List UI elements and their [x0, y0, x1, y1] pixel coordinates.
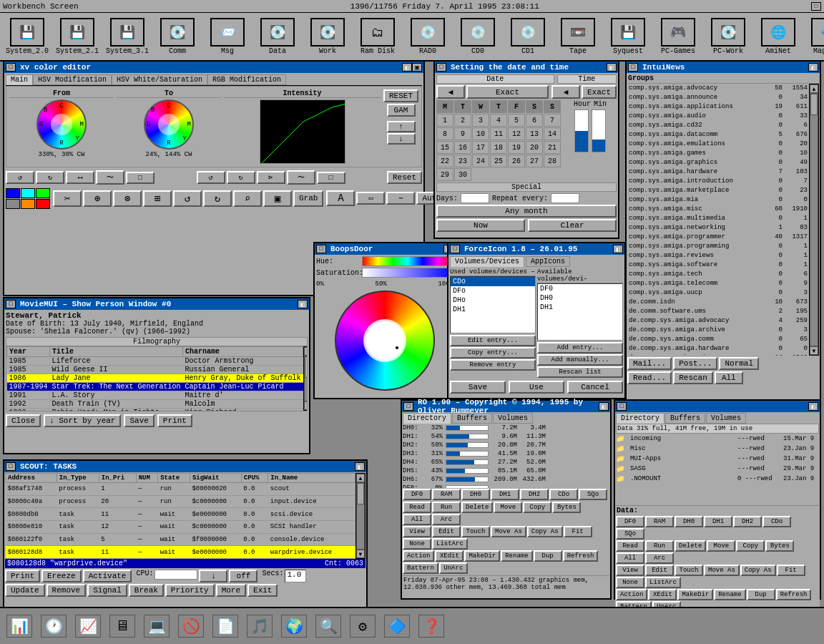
ro-right-file-row[interactable]: 📁 Misc ---rwed 23.Jan 9: [616, 444, 819, 454]
dt-exact-btn2[interactable]: Exact: [582, 85, 617, 99]
swatch-1[interactable]: [6, 188, 20, 198]
dt-day-cell[interactable]: 23: [454, 155, 471, 167]
ro-moveas-btn[interactable]: Move As: [491, 526, 526, 537]
dt-day-cell[interactable]: 13: [526, 127, 543, 140]
fi-copy-entry-btn[interactable]: Copy entry...: [450, 347, 536, 358]
ro-left-tab-dir[interactable]: Directory: [403, 413, 451, 424]
movie-scroll-down[interactable]: ▼: [304, 401, 307, 410]
dt-day-cell[interactable]: 26: [508, 155, 525, 167]
ro-mkdir-btn[interactable]: MakeDir: [464, 550, 500, 562]
xv-tab-main[interactable]: Main: [6, 74, 33, 85]
xv-to-circle[interactable]: C R G M B Y: [144, 99, 194, 150]
intui-scroll-up[interactable]: ▲: [810, 84, 818, 93]
intui-read-btn[interactable]: Read...: [627, 371, 672, 384]
taskbar-icon-4[interactable]: 💻: [140, 610, 173, 642]
taskbar-icon-3[interactable]: 🖥: [106, 610, 139, 642]
xv-tool-1[interactable]: ✂: [53, 190, 82, 207]
scout-task-row[interactable]: $08af1748 process 1 — run $00000020 0.0 …: [6, 483, 355, 496]
wb-icon-cd1[interactable]: 💿 CD1: [504, 16, 552, 57]
scout-arrow-btn[interactable]: ↓: [199, 570, 227, 582]
ro-delete-btn[interactable]: Delete: [461, 502, 493, 513]
xv-tool-7[interactable]: ⌕: [233, 190, 262, 207]
wb-icon-magicwb[interactable]: 🔷 MagicWB: [804, 16, 824, 57]
ro-left-depth[interactable]: ◧: [599, 402, 609, 411]
movie-close[interactable]: □: [6, 300, 16, 308]
ro-drive-btn-RAM[interactable]: RAM: [432, 489, 461, 500]
ro-copy-btn[interactable]: Copy: [523, 502, 551, 513]
ro-right-depth[interactable]: ◧: [808, 402, 818, 411]
xv-tab-hsv[interactable]: HSV Modification: [33, 74, 112, 85]
ro-r-copy-btn[interactable]: Copy: [736, 540, 765, 552]
taskbar-icon-5[interactable]: 🚫: [175, 610, 207, 642]
taskbar-icon-7[interactable]: 🎵: [243, 610, 276, 642]
ro-r-touch-btn[interactable]: Touch: [675, 565, 703, 576]
date-time-depth[interactable]: ◧: [607, 63, 617, 72]
taskbar-icon-2[interactable]: 📈: [72, 610, 104, 642]
ro-r-move-btn[interactable]: Move: [707, 540, 735, 552]
intui-news-row[interactable]: comp.sys.amiga.cd32 0 6: [627, 121, 809, 130]
intui-news-row[interactable]: comp.sys.amiga.advocacy 58 1554: [627, 84, 809, 93]
taskbar-icon-10[interactable]: ⚙: [346, 610, 379, 642]
ro-r-fit-btn[interactable]: Fit: [777, 565, 805, 576]
taskbar-icon-6[interactable]: 📄: [209, 610, 242, 642]
ro-right-tab-dir[interactable]: Directory: [616, 413, 664, 424]
ro-right-drive-btn-RAM[interactable]: RAM: [645, 516, 674, 527]
scout-activate-btn[interactable]: Activate: [83, 570, 132, 582]
wb-icon-pcgames[interactable]: 🎮 PC-Games: [654, 16, 702, 57]
xv-curve-display[interactable]: [260, 99, 345, 164]
dt-day-cell[interactable]: 14: [544, 127, 561, 140]
ro-r-bytes-btn[interactable]: Bytes: [765, 540, 794, 552]
intui-news-row[interactable]: de.comp.sys.amiga.advocacy 4 259: [627, 316, 809, 326]
xv-tool-8[interactable]: ▣: [263, 190, 292, 207]
ro-right-tab-vol[interactable]: Volumes: [706, 413, 746, 424]
intui-news-row[interactable]: comp.sys.amiga.software 0 1: [627, 260, 809, 270]
xv-depth-gadget[interactable]: ◧: [402, 63, 412, 72]
xv-tool-5[interactable]: ↺: [173, 190, 202, 207]
intui-news-row[interactable]: comp.sys.amiga.networking 1 83: [627, 223, 809, 233]
intui-news-row[interactable]: de.comp.sys.amiga.misc 14 1510: [627, 353, 809, 356]
dt-any-month-btn[interactable]: Any month: [436, 205, 617, 218]
dt-day-cell[interactable]: 7: [544, 114, 561, 127]
movie-titlebar[interactable]: □ MovieMUI – Show Person Window #0 ◧: [4, 298, 309, 310]
ro-drive-btn-SQo[interactable]: SQo: [579, 489, 607, 500]
xv-to-sq[interactable]: □: [317, 172, 345, 184]
ro-xedit-btn[interactable]: XEdit: [435, 550, 464, 562]
dt-day-cell[interactable]: 19: [508, 141, 525, 154]
ro-r-copyas-btn[interactable]: Copy As: [740, 565, 776, 576]
scout-task-row[interactable]: $080128d8 task 11 — wait $e0000000 0.0 w…: [6, 546, 355, 559]
xv-arrow-up[interactable]: ↑: [387, 121, 416, 132]
ro-right-file-row[interactable]: 📁 .NOMOUNT 0 ---rwed 23.Jan 9: [616, 474, 819, 484]
wb-icon-system2[interactable]: 💾 System_2.0: [3, 16, 52, 57]
movie-print-btn[interactable]: Print: [157, 414, 192, 427]
ro-edit-btn[interactable]: Edit: [432, 526, 461, 537]
ro-action-btn[interactable]: Action: [403, 550, 434, 562]
movie-save-btn[interactable]: Save: [124, 414, 154, 427]
taskbar-icon-9[interactable]: 🔍: [312, 610, 345, 642]
swatch-4[interactable]: [6, 199, 20, 209]
dt-day-cell[interactable]: 5: [508, 114, 525, 127]
intui-rescan-btn[interactable]: Rescan: [673, 371, 713, 384]
intui-news-row[interactable]: de.comp.sys.amiga.archive 0 3: [627, 326, 809, 335]
ro-right-drive-btn-DF0[interactable]: DF0: [616, 516, 644, 527]
ro-right-drive-btn-DH2[interactable]: DH2: [733, 516, 762, 527]
fi-save-btn[interactable]: Save: [450, 381, 506, 394]
xv-to-flip[interactable]: ⊳: [257, 171, 285, 184]
intui-news-row[interactable]: comp.sys.amiga.uucp 0 3: [627, 288, 809, 298]
scout-off-btn[interactable]: off: [229, 570, 258, 582]
dt-clear-btn[interactable]: Clear: [528, 219, 617, 232]
movie-depth[interactable]: ◧: [298, 300, 308, 308]
dt-day-cell[interactable]: 11: [490, 127, 507, 140]
ro-left-tab-buf[interactable]: Buffers: [452, 413, 492, 424]
swatch-5[interactable]: [21, 199, 35, 209]
dt-day-cell[interactable]: 27: [526, 155, 543, 167]
scout-freeze-btn[interactable]: Ereeze: [41, 570, 82, 582]
ro-drive-btn-DH0[interactable]: DH0: [461, 489, 490, 500]
xv-tool-4[interactable]: ⊞: [143, 190, 172, 207]
taskbar-icon-12[interactable]: ❓: [415, 610, 448, 642]
dt-day-cell[interactable]: 12: [508, 127, 525, 140]
wb-icon-comm[interactable]: 💽 Comm: [153, 16, 202, 57]
scout-depth[interactable]: ◧: [355, 462, 365, 471]
ro-drive-row[interactable]: DH0: 32% 7.2M 3.4M: [403, 424, 609, 432]
xv-feather-btn[interactable]: ⋯: [386, 192, 415, 205]
boops-titlebar[interactable]: □ BoopsDoor ◧: [315, 243, 455, 255]
